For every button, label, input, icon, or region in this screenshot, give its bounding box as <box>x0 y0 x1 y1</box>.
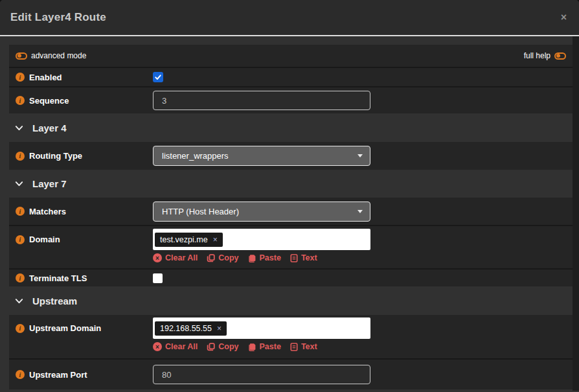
section-layer7: Layer 7 <box>9 170 573 198</box>
toggle-off-icon <box>16 52 27 60</box>
circle-x-icon <box>153 253 162 262</box>
matchers-select[interactable]: HTTP (Host Header) <box>153 202 370 222</box>
scrollbar[interactable] <box>573 36 579 391</box>
layer7-group: Matchers HTTP (Host Header) Domain <box>9 198 573 286</box>
matchers-label-cell: Matchers <box>9 207 153 216</box>
upstream-port-label-cell: Upstream Port <box>9 370 153 380</box>
paste-icon <box>248 254 256 262</box>
section-upstream: Upstream <box>9 286 573 315</box>
domain-control: test.vezpi.me × Clear All <box>153 229 370 262</box>
matchers-row: Matchers HTTP (Host Header) <box>9 198 573 225</box>
paste-icon <box>248 343 256 351</box>
file-text-icon <box>290 343 298 351</box>
copy-button[interactable]: Copy <box>207 342 238 351</box>
routing-type-select[interactable]: listener_wrappers <box>153 146 370 166</box>
info-icon[interactable] <box>16 152 25 161</box>
upstream-domain-label-cell: Upstream Domain <box>9 317 153 339</box>
dropdown-caret-icon <box>358 210 363 213</box>
chevron-down-icon[interactable] <box>14 296 24 306</box>
section-layer4: Layer 4 <box>9 113 573 142</box>
check-icon <box>154 73 162 81</box>
section-title: Layer 4 <box>32 122 67 133</box>
field-label: Routing Type <box>29 151 82 161</box>
info-icon[interactable] <box>16 324 25 333</box>
terminate-tls-row: Terminate TLS <box>9 268 573 286</box>
info-icon[interactable] <box>16 235 25 244</box>
full-help-label: full help <box>524 51 551 60</box>
copy-icon <box>207 254 215 262</box>
domain-label-cell: Domain <box>9 229 153 250</box>
dialog-body: advanced mode full help Enabled <box>0 36 579 391</box>
section-title: Upstream <box>32 295 77 306</box>
form-content: advanced mode full help Enabled <box>9 45 573 389</box>
advanced-mode-label: advanced mode <box>31 51 86 60</box>
text-button[interactable]: Text <box>290 253 317 262</box>
remove-tag-icon[interactable]: × <box>213 236 218 244</box>
copy-icon <box>207 343 215 351</box>
toggle-off-icon <box>554 52 566 60</box>
tag-token: 192.168.55.55 × <box>155 321 227 336</box>
info-icon[interactable] <box>16 96 25 105</box>
field-label: Sequence <box>29 96 69 106</box>
clear-all-button[interactable]: Clear All <box>153 342 198 351</box>
upstream-port-row: Upstream Port <box>9 358 573 389</box>
tag-text: 192.168.55.55 <box>160 324 212 333</box>
enabled-checkbox[interactable] <box>153 72 163 82</box>
circle-x-icon <box>153 342 162 351</box>
selected-option: listener_wrappers <box>162 151 229 161</box>
info-icon[interactable] <box>16 370 25 379</box>
terminate-tls-label-cell: Terminate TLS <box>9 273 153 283</box>
selected-option: HTTP (Host Header) <box>162 207 239 216</box>
help-bar: advanced mode full help <box>9 45 573 67</box>
general-group: advanced mode full help Enabled <box>9 45 573 113</box>
field-label: Terminate TLS <box>29 273 87 283</box>
paste-button[interactable]: Paste <box>248 342 281 351</box>
terminate-tls-checkbox[interactable] <box>153 273 163 283</box>
enabled-row: Enabled <box>9 67 573 86</box>
sequence-label-cell: Sequence <box>9 96 153 106</box>
domain-tag-input[interactable]: test.vezpi.me × <box>153 229 370 250</box>
close-icon[interactable]: × <box>561 12 567 23</box>
sequence-input[interactable] <box>153 91 370 110</box>
info-icon[interactable] <box>16 207 25 216</box>
sequence-row: Sequence <box>9 86 573 113</box>
field-label: Domain <box>29 235 60 244</box>
file-text-icon <box>290 254 298 262</box>
upstream-port-input[interactable] <box>153 365 370 384</box>
chevron-down-icon[interactable] <box>14 179 24 189</box>
paste-button[interactable]: Paste <box>248 253 281 262</box>
edit-layer4-route-dialog: Edit Layer4 Route × advanced mode full h… <box>0 0 579 392</box>
domain-row: Domain test.vezpi.me × Clear <box>9 225 573 268</box>
field-label: Upstream Port <box>29 370 87 380</box>
upstream-group: Upstream Domain 192.168.55.55 × <box>9 315 573 389</box>
advanced-mode-toggle[interactable]: advanced mode <box>16 51 86 60</box>
routing-type-row: Routing Type listener_wrappers <box>9 142 573 170</box>
page-title: Edit Layer4 Route <box>10 11 106 24</box>
field-label: Upstream Domain <box>29 323 101 333</box>
domain-tag-actions: Clear All Copy <box>153 253 370 262</box>
chevron-down-icon[interactable] <box>14 123 24 133</box>
full-help-toggle[interactable]: full help <box>524 51 566 60</box>
remove-tag-icon[interactable]: × <box>217 325 221 332</box>
enabled-label-cell: Enabled <box>9 73 153 82</box>
upstream-domain-tag-input[interactable]: 192.168.55.55 × <box>153 317 370 339</box>
tag-text: test.vezpi.me <box>160 235 208 244</box>
tag-token: test.vezpi.me × <box>155 233 223 247</box>
field-label: Enabled <box>29 73 62 82</box>
upstream-domain-tag-actions: Clear All Copy <box>153 342 370 351</box>
text-button[interactable]: Text <box>290 342 317 351</box>
info-icon[interactable] <box>16 273 25 282</box>
info-icon[interactable] <box>16 73 25 82</box>
upstream-domain-control: 192.168.55.55 × Clear All <box>153 317 370 351</box>
clear-all-button[interactable]: Clear All <box>153 253 198 262</box>
field-label: Matchers <box>29 207 66 216</box>
copy-button[interactable]: Copy <box>207 253 238 262</box>
dropdown-caret-icon <box>358 154 363 157</box>
layer4-group: Routing Type listener_wrappers <box>9 142 573 170</box>
upstream-domain-row: Upstream Domain 192.168.55.55 × <box>9 315 573 358</box>
routing-type-label-cell: Routing Type <box>9 151 153 161</box>
section-title: Layer 7 <box>32 178 67 189</box>
dialog-header: Edit Layer4 Route × <box>0 0 579 36</box>
